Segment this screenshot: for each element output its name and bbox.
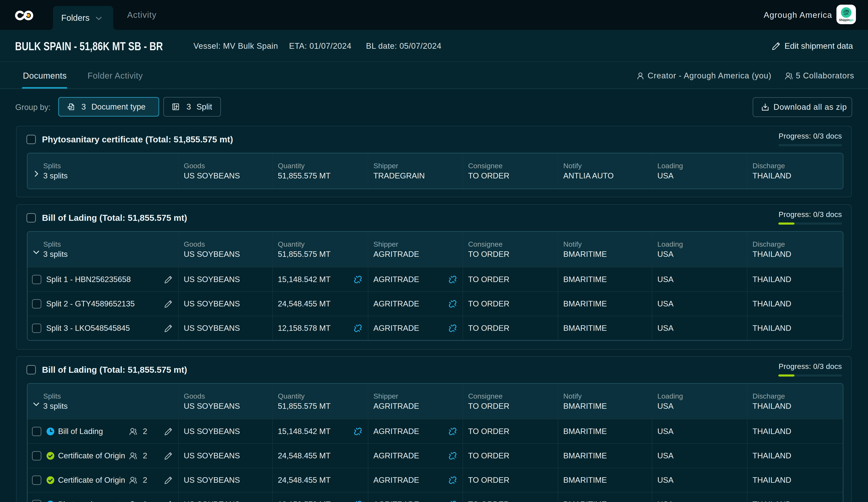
- svg-text:Shippingo: Shippingo: [839, 18, 854, 22]
